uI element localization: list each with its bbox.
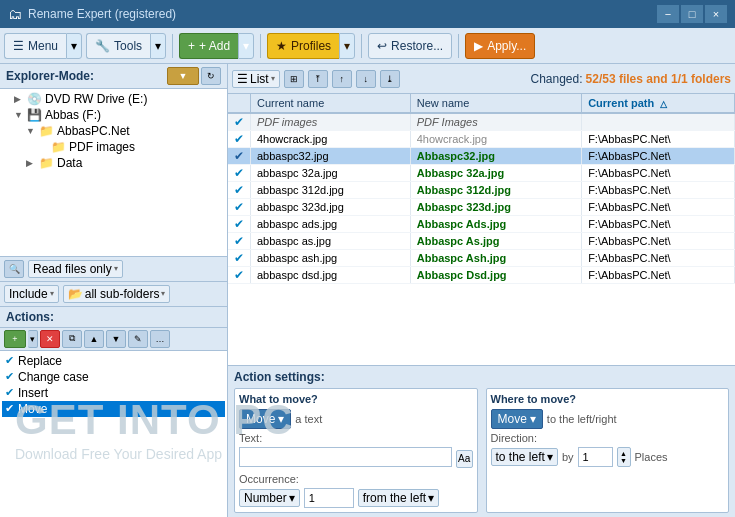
tree-item-dvd[interactable]: ▶ 💿 DVD RW Drive (E:) (2, 91, 225, 107)
action-delete-btn[interactable]: ✕ (40, 330, 60, 348)
profiles-dropdown-arrow[interactable]: ▾ (339, 33, 355, 59)
nav-down[interactable]: ↓ (356, 70, 376, 88)
action-add-btn[interactable]: + (4, 330, 26, 348)
action-up-btn[interactable]: ▲ (84, 330, 104, 348)
what-move-btn[interactable]: Move ▾ (239, 409, 291, 429)
nav-down-bottom[interactable]: ⤓ (380, 70, 400, 88)
row-current: abbaspc32.jpg (251, 148, 411, 165)
separator-3 (361, 34, 362, 58)
file-tree[interactable]: ▶ 💿 DVD RW Drive (E:) ▼ 💾 Abbas (F:) ▼ 📁… (0, 89, 227, 256)
tree-item-pdfimages[interactable]: 📁 PDF images (2, 139, 225, 155)
col-path[interactable]: Current path △ (582, 94, 735, 113)
action-more-btn[interactable]: … (150, 330, 170, 348)
filter-search-btn[interactable]: 🔍 (4, 260, 24, 278)
nav-up[interactable]: ↑ (332, 70, 352, 88)
occurrence-value-input[interactable] (304, 488, 354, 508)
row-new: Abbaspc 312d.jpg (410, 182, 581, 199)
main-toolbar: ☰ Menu ▾ 🔧 Tools ▾ + + Add ▾ ★ Profiles … (0, 28, 735, 64)
profiles-icon: ★ (276, 39, 287, 53)
row-current: abbaspc as.jpg (251, 233, 411, 250)
action-list: ✔ Replace ✔ Change case ✔ Insert ✔ Move (0, 351, 227, 518)
close-button[interactable]: × (705, 5, 727, 23)
minimize-button[interactable]: − (657, 5, 679, 23)
col-check (228, 94, 251, 113)
row-path: F:\AbbasPC.Net\ (582, 199, 735, 216)
menu-dropdown: ☰ Menu ▾ (4, 33, 82, 59)
row-check: ✔ (228, 148, 251, 165)
tree-item-abbaspc[interactable]: ▼ 📁 AbbasPC.Net (2, 123, 225, 139)
table-row[interactable]: ✔ 4howcrack.jpg 4howcrack.jpg F:\AbbasPC… (228, 131, 735, 148)
maximize-button[interactable]: □ (681, 5, 703, 23)
menu-dropdown-arrow[interactable]: ▾ (66, 33, 82, 59)
occurrence-label: Occurrence: (239, 473, 299, 485)
menu-button[interactable]: ☰ Menu (4, 33, 66, 59)
table-row[interactable]: ✔ abbaspc 312d.jpg Abbaspc 312d.jpg F:\A… (228, 182, 735, 199)
where-to-move-col: Where to move? Move ▾ to the left/right … (486, 388, 730, 513)
action-item-insert[interactable]: ✔ Insert (2, 385, 225, 401)
by-spin-up[interactable]: ▲▼ (617, 447, 631, 467)
add-button[interactable]: + + Add (179, 33, 238, 59)
where-move-arrow: ▾ (530, 412, 536, 426)
row-new: Abbaspc32.jpg (410, 148, 581, 165)
where-move-btn[interactable]: Move ▾ (491, 409, 543, 429)
action-dropdown-btn[interactable]: ▾ (28, 330, 38, 348)
col-current-name[interactable]: Current name (251, 94, 411, 113)
profiles-dropdown: ★ Profiles ▾ (267, 33, 355, 59)
action-copy-btn[interactable]: ⧉ (62, 330, 82, 348)
action-settings: Action settings: What to move? Move ▾ a … (228, 365, 735, 517)
restore-button[interactable]: ↩ Restore... (368, 33, 452, 59)
explorer-dropdown-btn[interactable]: ▼ (167, 67, 199, 85)
tools-button[interactable]: 🔧 Tools (86, 33, 150, 59)
row-new: Abbaspc Ads.jpg (410, 216, 581, 233)
file-table-container[interactable]: Current name New name Current path △ ✔ P… (228, 94, 735, 365)
table-row[interactable]: ✔ abbaspc32.jpg Abbaspc32.jpg F:\AbbasPC… (228, 148, 735, 165)
tree-arrow-data: ▶ (26, 158, 36, 168)
text-input[interactable] (239, 447, 452, 467)
table-row[interactable]: ✔ abbaspc ads.jpg Abbaspc Ads.jpg F:\Abb… (228, 216, 735, 233)
action-item-move[interactable]: ✔ Move (2, 401, 225, 417)
apply-button[interactable]: ▶ Apply... (465, 33, 535, 59)
direction-label-row: Direction: (491, 432, 725, 444)
action-item-replace[interactable]: ✔ Replace (2, 353, 225, 369)
text-input-btn[interactable]: Aa (456, 450, 473, 468)
read-files-btn[interactable]: Read files only ▾ (28, 260, 123, 278)
row-check: ✔ (228, 113, 251, 131)
col-new-name[interactable]: New name (410, 94, 581, 113)
action-item-changecase[interactable]: ✔ Change case (2, 369, 225, 385)
occurrence-type-btn[interactable]: Number ▾ (239, 489, 300, 507)
action-edit-btn[interactable]: ✎ (128, 330, 148, 348)
table-row[interactable]: ✔ abbaspc 323d.jpg Abbaspc 323d.jpg F:\A… (228, 199, 735, 216)
tree-item-data[interactable]: ▶ 📁 Data (2, 155, 225, 171)
row-path: F:\AbbasPC.Net\ (582, 233, 735, 250)
subfolders-btn[interactable]: 📂 all sub-folders ▾ (63, 285, 171, 303)
what-to-move-col: What to move? Move ▾ a text Text: Aa (234, 388, 478, 513)
table-row[interactable]: ✔ abbaspc as.jpg Abbaspc As.jpg F:\Abbas… (228, 233, 735, 250)
table-row[interactable]: ✔ PDF images PDF Images (228, 113, 735, 131)
include-btn[interactable]: Include ▾ (4, 285, 59, 303)
row-check: ✔ (228, 131, 251, 148)
list-view-btn[interactable]: ☰ List ▾ (232, 70, 280, 88)
tools-dropdown-arrow[interactable]: ▾ (150, 33, 166, 59)
tree-item-abbas[interactable]: ▼ 💾 Abbas (F:) (2, 107, 225, 123)
table-row[interactable]: ✔ abbaspc 32a.jpg Abbaspc 32a.jpg F:\Abb… (228, 165, 735, 182)
action-label-insert: Insert (18, 386, 48, 400)
what-move-text: a text (295, 413, 322, 425)
sort-arrow: △ (660, 99, 667, 109)
direction-btn[interactable]: to the left ▾ (491, 448, 558, 466)
check-insert: ✔ (5, 386, 14, 399)
occurrence-row: Occurrence: (239, 473, 473, 485)
explorer-refresh-btn[interactable]: ↻ (201, 67, 221, 85)
changed-label: Changed: 52/53 files and 1/1 folders (530, 72, 731, 86)
add-dropdown-arrow[interactable]: ▾ (238, 33, 254, 59)
from-left-btn[interactable]: from the left ▾ (358, 489, 439, 507)
by-value-input[interactable] (578, 447, 613, 467)
table-row[interactable]: ✔ abbaspc dsd.jpg Abbaspc Dsd.jpg F:\Abb… (228, 267, 735, 284)
view-btn-2[interactable]: ⊞ (284, 70, 304, 88)
action-down-btn[interactable]: ▼ (106, 330, 126, 348)
profiles-button[interactable]: ★ Profiles (267, 33, 339, 59)
row-check: ✔ (228, 199, 251, 216)
tree-label-abbas: Abbas (F:) (45, 108, 101, 122)
nav-up-top[interactable]: ⤒ (308, 70, 328, 88)
filter-dropdown-arrow: ▾ (114, 264, 118, 273)
table-row[interactable]: ✔ abbaspc ash.jpg Abbaspc Ash.jpg F:\Abb… (228, 250, 735, 267)
